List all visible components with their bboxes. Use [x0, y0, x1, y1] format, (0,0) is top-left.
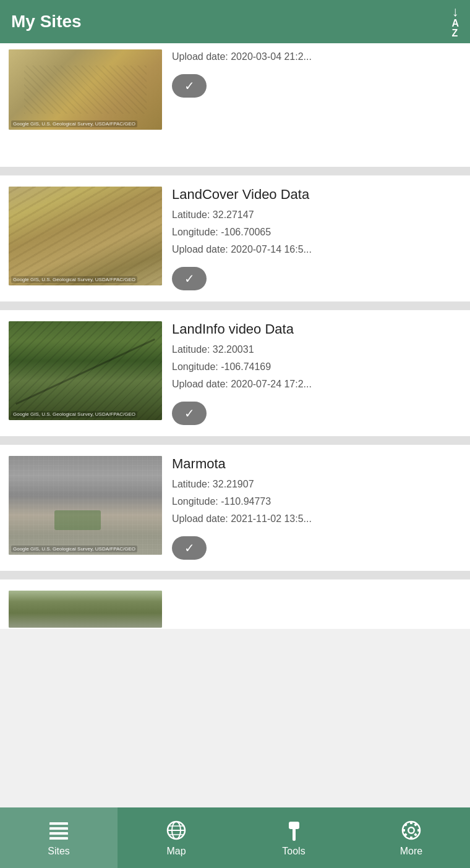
- nav-label-more: More: [400, 846, 422, 857]
- site-card-marmota[interactable]: Google GIS, U.S. Geological Survey, USDA…: [0, 445, 470, 571]
- svg-rect-6: [49, 833, 68, 835]
- map-icon: [164, 819, 188, 842]
- site-upload-marmota: Upload date: 2021-11-02 13:5...: [172, 512, 461, 526]
- svg-rect-13: [293, 827, 296, 841]
- google-watermark-landinfo: Google GIS, U.S. Geological Survey, USDA…: [11, 411, 137, 418]
- cloud-sync-badge-partial-top: ✓: [172, 74, 207, 98]
- site-upload-date-partial-top: Upload date: 2020-03-04 21:2...: [172, 49, 461, 64]
- cloud-check-icon-landinfo: ✓: [184, 406, 195, 421]
- nav-label-tools: Tools: [282, 846, 305, 857]
- svg-rect-5: [49, 828, 68, 830]
- site-info-landcover: LandCover Video Data Latitude: 32.27147 …: [162, 187, 461, 290]
- cloud-sync-badge-landcover: ✓: [172, 267, 207, 290]
- site-lng-landcover: Longitude: -106.70065: [172, 225, 461, 240]
- sites-icon: [47, 819, 70, 842]
- svg-rect-7: [49, 838, 61, 840]
- cloud-sync-badge-marmota: ✓: [172, 536, 207, 560]
- svg-rect-21: [414, 833, 417, 836]
- site-lat-marmota: Latitude: 32.21907: [172, 477, 461, 492]
- svg-point-25: [409, 828, 414, 833]
- site-lat-landcover: Latitude: 32.27147: [172, 208, 461, 222]
- site-card-partial-bottom[interactable]: [0, 579, 470, 629]
- nav-item-tools[interactable]: Tools: [235, 807, 352, 868]
- section-divider-1: [0, 167, 470, 175]
- svg-rect-17: [410, 836, 412, 840]
- site-upload-landcover: Upload date: 2020-07-14 16:5...: [172, 242, 461, 257]
- sort-az-label: AZ: [451, 19, 459, 38]
- nav-item-sites[interactable]: Sites: [0, 807, 118, 868]
- site-lng-landinfo: Longitude: -106.74169: [172, 360, 461, 374]
- google-watermark: Google GIS, U.S. Geological Survey, USDA…: [11, 120, 137, 127]
- site-info-landinfo: LandInfo video Data Latitude: 32.20031 L…: [162, 321, 461, 425]
- site-name-landinfo: LandInfo video Data: [172, 321, 461, 337]
- site-name-landcover: LandCover Video Data: [172, 187, 461, 203]
- site-upload-landinfo: Upload date: 2020-07-24 17:2...: [172, 377, 461, 392]
- site-card-partial-top[interactable]: Google GIS, U.S. Geological Survey, USDA…: [0, 43, 470, 167]
- site-lng-marmota: Longitude: -110.94773: [172, 494, 461, 509]
- site-thumbnail-landcover: Google GIS, U.S. Geological Survey, USDA…: [9, 187, 162, 285]
- page-title: My Sites: [11, 12, 82, 32]
- cloud-check-icon: ✓: [184, 78, 195, 93]
- site-card-landcover[interactable]: Google GIS, U.S. Geological Survey, USDA…: [0, 175, 470, 301]
- bottom-nav: Sites Map Tools: [0, 807, 470, 868]
- nav-label-map: Map: [166, 846, 186, 857]
- section-divider-4: [0, 571, 470, 579]
- sort-button[interactable]: ↓ AZ: [451, 5, 459, 38]
- site-card-landinfo[interactable]: Google GIS, U.S. Geological Survey, USDA…: [0, 310, 470, 436]
- site-lat-landinfo: Latitude: 32.20031: [172, 342, 461, 357]
- more-icon: [400, 819, 423, 842]
- main-content: My Sites ↓ AZ Google GIS, U.S. Geologica…: [0, 0, 470, 689]
- site-thumbnail-landinfo: Google GIS, U.S. Geological Survey, USDA…: [9, 321, 162, 420]
- site-thumbnail-partial-bottom: [9, 591, 162, 628]
- nav-label-sites: Sites: [48, 846, 70, 857]
- section-divider-2: [0, 301, 470, 310]
- site-thumbnail-partial-top: Google GIS, U.S. Geological Survey, USDA…: [9, 49, 162, 130]
- site-info-partial-top: Upload date: 2020-03-04 21:2... ✓: [162, 43, 461, 98]
- google-watermark-landcover: Google GIS, U.S. Geological Survey, USDA…: [11, 276, 137, 283]
- tools-icon: [282, 819, 306, 842]
- site-thumbnail-marmota: Google GIS, U.S. Geological Survey, USDA…: [9, 456, 162, 555]
- section-divider-3: [0, 436, 470, 445]
- cloud-check-icon-marmota: ✓: [184, 541, 195, 555]
- svg-rect-16: [410, 821, 412, 824]
- site-info-marmota: Marmota Latitude: 32.21907 Longitude: -1…: [162, 456, 461, 560]
- app-header: My Sites ↓ AZ: [0, 0, 470, 43]
- svg-rect-14: [289, 822, 299, 829]
- svg-rect-4: [49, 823, 68, 825]
- nav-item-more[interactable]: More: [352, 807, 470, 868]
- site-name-marmota: Marmota: [172, 456, 461, 472]
- cloud-sync-badge-landinfo: ✓: [172, 402, 207, 425]
- svg-rect-19: [417, 829, 421, 832]
- svg-rect-18: [402, 829, 405, 832]
- google-watermark-marmota: Google GIS, U.S. Geological Survey, USDA…: [11, 546, 137, 552]
- cloud-check-icon-landcover: ✓: [184, 271, 195, 286]
- nav-item-map[interactable]: Map: [118, 807, 235, 868]
